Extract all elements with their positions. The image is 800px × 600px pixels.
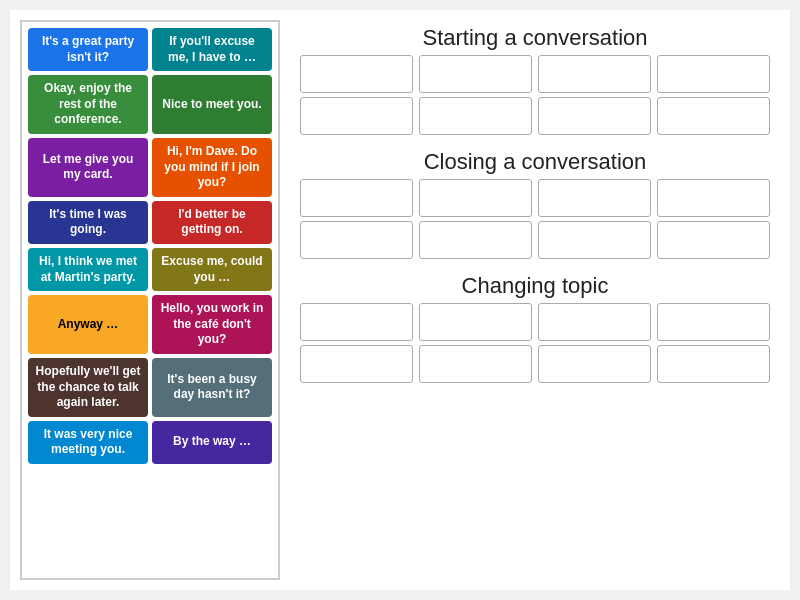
drop-box[interactable]	[657, 303, 770, 341]
phrase-card[interactable]: I'd better be getting on.	[152, 201, 272, 244]
card-row: It was very nice meeting you.By the way …	[28, 421, 272, 464]
drop-grid	[300, 55, 770, 93]
phrase-card[interactable]: It's a great party isn't it?	[28, 28, 148, 71]
phrase-card[interactable]: It was very nice meeting you.	[28, 421, 148, 464]
drop-box[interactable]	[538, 303, 651, 341]
drop-box[interactable]	[300, 97, 413, 135]
drop-box[interactable]	[419, 221, 532, 259]
phrase-card[interactable]: Nice to meet you.	[152, 75, 272, 134]
phrase-card[interactable]: It's been a busy day hasn't it?	[152, 358, 272, 417]
phrase-card[interactable]: Okay, enjoy the rest of the conference.	[28, 75, 148, 134]
drop-box[interactable]	[300, 303, 413, 341]
drop-box[interactable]	[300, 179, 413, 217]
phrase-card[interactable]: Hi, I'm Dave. Do you mind if I join you?	[152, 138, 272, 197]
drop-box[interactable]	[419, 303, 532, 341]
card-row: Anyway …Hello, you work in the café don'…	[28, 295, 272, 354]
right-panel: Starting a conversationClosing a convers…	[290, 20, 780, 580]
phrase-card[interactable]: Let me give you my card.	[28, 138, 148, 197]
drop-box[interactable]	[419, 345, 532, 383]
drop-box[interactable]	[657, 345, 770, 383]
card-row: It's a great party isn't it?If you'll ex…	[28, 28, 272, 71]
section-block-starting: Starting a conversation	[300, 25, 770, 139]
card-row: It's time I was going.I'd better be gett…	[28, 201, 272, 244]
section-block-closing: Closing a conversation	[300, 149, 770, 263]
drop-box[interactable]	[538, 345, 651, 383]
phrase-card[interactable]: Hi, I think we met at Martin's party.	[28, 248, 148, 291]
left-panel: It's a great party isn't it?If you'll ex…	[20, 20, 280, 580]
section-title-closing: Closing a conversation	[300, 149, 770, 175]
drop-box[interactable]	[657, 221, 770, 259]
drop-box[interactable]	[300, 55, 413, 93]
phrase-card[interactable]: Anyway …	[28, 295, 148, 354]
card-row: Let me give you my card.Hi, I'm Dave. Do…	[28, 138, 272, 197]
drop-box[interactable]	[538, 97, 651, 135]
phrase-card[interactable]: Excuse me, could you …	[152, 248, 272, 291]
drop-box[interactable]	[538, 179, 651, 217]
drop-box[interactable]	[538, 55, 651, 93]
drop-box[interactable]	[300, 221, 413, 259]
main-container: It's a great party isn't it?If you'll ex…	[10, 10, 790, 590]
drop-box[interactable]	[419, 179, 532, 217]
drop-box[interactable]	[657, 55, 770, 93]
drop-grid	[300, 97, 770, 135]
phrase-card[interactable]: It's time I was going.	[28, 201, 148, 244]
drop-grid	[300, 303, 770, 341]
drop-grid	[300, 345, 770, 383]
section-title-starting: Starting a conversation	[300, 25, 770, 51]
drop-grid	[300, 179, 770, 217]
card-row: Hopefully we'll get the chance to talk a…	[28, 358, 272, 417]
section-block-changing: Changing topic	[300, 273, 770, 387]
phrase-card[interactable]: Hopefully we'll get the chance to talk a…	[28, 358, 148, 417]
drop-box[interactable]	[538, 221, 651, 259]
drop-box[interactable]	[419, 55, 532, 93]
phrase-card[interactable]: Hello, you work in the café don't you?	[152, 295, 272, 354]
card-row: Hi, I think we met at Martin's party.Exc…	[28, 248, 272, 291]
section-title-changing: Changing topic	[300, 273, 770, 299]
phrase-card[interactable]: By the way …	[152, 421, 272, 464]
drop-box[interactable]	[419, 97, 532, 135]
drop-box[interactable]	[657, 179, 770, 217]
card-row: Okay, enjoy the rest of the conference.N…	[28, 75, 272, 134]
drop-box[interactable]	[300, 345, 413, 383]
drop-box[interactable]	[657, 97, 770, 135]
drop-grid	[300, 221, 770, 259]
phrase-card[interactable]: If you'll excuse me, I have to …	[152, 28, 272, 71]
